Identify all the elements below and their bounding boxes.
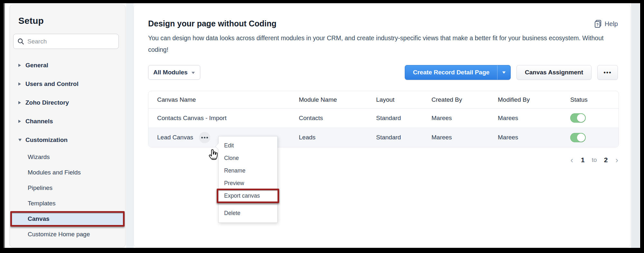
page-from: 1 [581, 156, 585, 164]
canvas-name-cell: Lead Canvas [157, 134, 193, 141]
search-input[interactable] [27, 38, 115, 45]
module-filter-value: All Modules [153, 69, 188, 76]
help-doc-icon: ? [594, 20, 602, 28]
menu-item-label: Export canvas [224, 192, 260, 199]
chevron-down-icon [192, 72, 195, 74]
sidebar-item-channels[interactable]: Channels [10, 112, 125, 131]
status-toggle[interactable] [570, 133, 586, 142]
setup-sidebar: Setup General Users and Control [10, 5, 126, 247]
dot [201, 137, 203, 138]
sidebar-item-wizards[interactable]: Wizards [10, 149, 125, 165]
sidebar-item-label: Channels [25, 118, 53, 125]
chevron-down-icon [18, 139, 25, 141]
row-actions-button[interactable] [199, 132, 210, 143]
status-toggle[interactable] [570, 113, 586, 123]
module-cell: Contacts [299, 115, 376, 122]
column-header-canvas-name: Canvas Name [148, 96, 299, 103]
page-title: Design your page without Coding [148, 19, 277, 28]
chevron-right-icon [18, 101, 25, 104]
window-edge-line [4, 3, 5, 248]
layout-cell: Standard [376, 115, 431, 122]
panel-gutter [126, 3, 134, 248]
sidebar-item-label: General [25, 62, 48, 69]
page-to-label: to [592, 156, 597, 164]
page-to: 2 [604, 156, 608, 164]
menu-item-edit[interactable]: Edit [219, 139, 277, 152]
more-options-button[interactable]: ••• [597, 65, 618, 80]
chevron-right-icon [18, 82, 25, 86]
toggle-knob [577, 114, 585, 122]
layout-cell: Standard [376, 134, 431, 141]
scroll-gutter[interactable] [631, 3, 639, 248]
sidebar-item-label: Users and Control [25, 80, 79, 88]
create-record-detail-page-split-button: Create Record Detail Page [405, 65, 511, 80]
canvas-settings-panel: Design your page without Coding ? Help Y… [134, 5, 630, 247]
sidebar-item-label: Customization [25, 136, 68, 144]
page-description: You can design how data looks across dif… [148, 32, 618, 55]
table-row[interactable]: Contacts Canvas - Import Contacts Standa… [148, 108, 619, 128]
sidebar-item-zoho-directory[interactable]: Zoho Directory [10, 93, 125, 112]
modified-by-cell: Marees [498, 134, 570, 141]
column-header-modified-by: Modified By [498, 96, 570, 103]
created-by-cell: Marees [431, 134, 498, 141]
chevron-down-icon [502, 71, 506, 74]
sidebar-search[interactable] [13, 34, 119, 49]
sidebar-item-canvas-wrap: Canvas [10, 211, 125, 227]
sidebar-item-templates[interactable]: Templates [10, 196, 125, 211]
create-record-detail-page-button[interactable]: Create Record Detail Page [405, 65, 497, 80]
chevron-right-icon [18, 120, 25, 123]
sidebar-item-pipelines[interactable]: Pipelines [10, 180, 125, 196]
toggle-knob [577, 134, 585, 142]
sidebar-item-general[interactable]: General [10, 56, 125, 75]
app-window: Setup General Users and Control [4, 3, 640, 248]
canvas-assignment-button[interactable]: Canvas Assignment [516, 65, 592, 80]
dot [206, 137, 208, 138]
column-header-layout: Layout [376, 96, 431, 103]
created-by-cell: Marees [431, 115, 498, 122]
menu-item-rename[interactable]: Rename [219, 164, 277, 177]
previous-page-button[interactable]: ‹ [570, 156, 574, 164]
create-button-dropdown[interactable] [497, 65, 510, 80]
sidebar-title: Setup [18, 16, 125, 26]
column-header-status: Status [570, 96, 619, 103]
module-filter-dropdown[interactable]: All Modules [148, 65, 200, 80]
column-header-created-by: Created By [431, 96, 498, 103]
column-header-module-name: Module Name [299, 96, 376, 103]
menu-divider [219, 204, 277, 205]
menu-item-export-canvas[interactable]: Export canvas [219, 190, 277, 202]
modified-by-cell: Marees [498, 115, 570, 122]
menu-item-delete[interactable]: Delete [219, 207, 277, 220]
menu-item-clone[interactable]: Clone [219, 152, 277, 164]
canvas-name-cell: Contacts Canvas - Import [157, 115, 226, 122]
help-label: Help [605, 20, 618, 28]
sidebar-item-label: Zoho Directory [25, 99, 69, 106]
table-header-row: Canvas Name Module Name Layout Created B… [148, 91, 619, 108]
next-page-button[interactable]: › [615, 156, 619, 164]
sidebar-nav: General Users and Control Zoho Directory… [10, 56, 125, 242]
svg-text:?: ? [596, 23, 599, 27]
module-cell: Leads [299, 134, 376, 141]
search-icon [17, 38, 24, 45]
help-link[interactable]: ? Help [594, 20, 618, 28]
menu-item-preview[interactable]: Preview [219, 177, 277, 190]
sidebar-item-canvas[interactable]: Canvas [12, 213, 123, 225]
sidebar-item-modules-and-fields[interactable]: Modules and Fields [10, 165, 125, 180]
sidebar-item-users-and-control[interactable]: Users and Control [10, 75, 125, 93]
sidebar-item-customize-home-page[interactable]: Customize Home page [10, 227, 125, 242]
dot [204, 137, 205, 138]
row-actions-menu: Edit Clone Rename Preview Export canvas … [218, 136, 278, 223]
chevron-right-icon [18, 64, 25, 67]
screenshot-frame: Setup General Users and Control [0, 0, 644, 253]
sidebar-item-customization[interactable]: Customization [10, 131, 125, 149]
